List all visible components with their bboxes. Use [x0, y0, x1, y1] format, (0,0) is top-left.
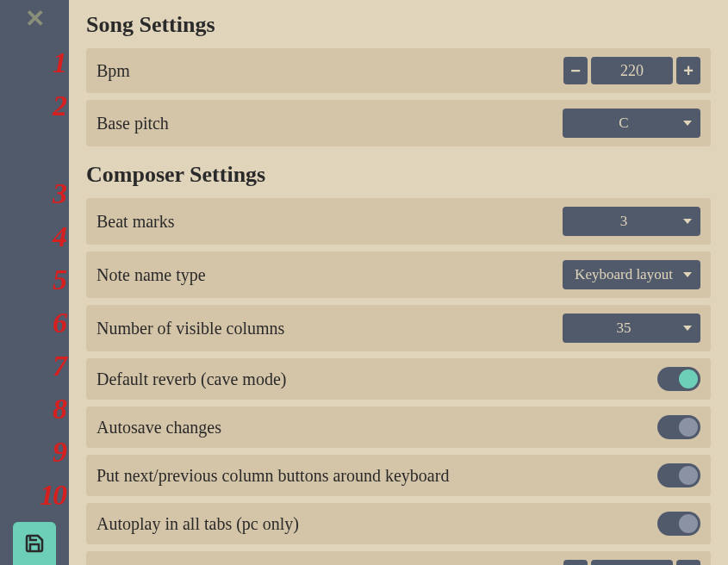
bpm-stepper: − + — [563, 57, 700, 84]
annotation-4: 4 — [53, 222, 65, 251]
visible-columns-label: Number of visible columns — [96, 319, 284, 338]
bpm-row: Bpm − + — [86, 48, 711, 93]
default-reverb-toggle[interactable] — [657, 367, 700, 391]
content: Song Settings Bpm − + Base pitch C Compo… — [69, 0, 728, 565]
autoplay-tabs-toggle[interactable] — [657, 512, 700, 536]
annotation-1: 1 — [53, 48, 65, 78]
save-button[interactable] — [13, 522, 56, 565]
lookahead-increase-button[interactable]: + — [676, 560, 700, 565]
bpm-label: Bpm — [96, 61, 130, 81]
annotation-8: 8 — [53, 394, 65, 424]
save-icon — [24, 533, 45, 554]
bpm-increase-button[interactable]: + — [676, 57, 700, 84]
autoplay-tabs-label: Autoplay in all tabs (pc only) — [96, 514, 299, 534]
column-buttons-row: Put next/previous column buttons around … — [86, 455, 711, 496]
default-reverb-row: Default reverb (cave mode) — [86, 358, 711, 400]
lookahead-row: Lookahead time − + — [86, 551, 711, 565]
annotation-6: 6 — [53, 308, 65, 338]
composer-settings-title: Composer Settings — [86, 162, 711, 188]
lookahead-decrease-button[interactable]: − — [563, 560, 588, 565]
autosave-row: Autosave changes — [86, 407, 711, 448]
beat-marks-select[interactable]: 3 — [563, 207, 700, 236]
annotation-3: 3 — [53, 179, 65, 208]
column-buttons-label: Put next/previous column buttons around … — [96, 466, 449, 486]
annotation-2: 2 — [53, 91, 65, 121]
sidebar: ✕ 1 2 3 4 5 6 7 8 9 10 — [0, 0, 69, 565]
autosave-label: Autosave changes — [96, 418, 221, 438]
annotation-9: 9 — [53, 438, 65, 467]
song-settings-title: Song Settings — [86, 12, 711, 38]
close-icon[interactable]: ✕ — [25, 7, 45, 31]
lookahead-stepper: − + — [563, 560, 700, 565]
note-name-type-select[interactable]: Keyboard layout — [563, 260, 700, 289]
default-reverb-label: Default reverb (cave mode) — [96, 369, 286, 389]
beat-marks-label: Beat marks — [96, 212, 175, 232]
note-name-type-row: Note name type Keyboard layout — [86, 251, 711, 298]
annotation-5: 5 — [53, 265, 65, 295]
base-pitch-label: Base pitch — [96, 114, 169, 133]
autoplay-tabs-row: Autoplay in all tabs (pc only) — [86, 503, 711, 544]
beat-marks-row: Beat marks 3 — [86, 198, 711, 245]
annotation-10: 10 — [40, 481, 65, 510]
lookahead-input[interactable] — [591, 560, 673, 565]
bpm-decrease-button[interactable]: − — [563, 57, 588, 84]
annotation-7: 7 — [53, 351, 65, 381]
visible-columns-select[interactable]: 35 — [563, 314, 700, 343]
autosave-toggle[interactable] — [657, 415, 700, 439]
visible-columns-row: Number of visible columns 35 — [86, 305, 711, 351]
column-buttons-toggle[interactable] — [657, 463, 700, 487]
base-pitch-row: Base pitch C — [86, 100, 711, 146]
base-pitch-select[interactable]: C — [563, 109, 700, 138]
bpm-input[interactable] — [591, 57, 673, 84]
note-name-type-label: Note name type — [96, 265, 206, 285]
